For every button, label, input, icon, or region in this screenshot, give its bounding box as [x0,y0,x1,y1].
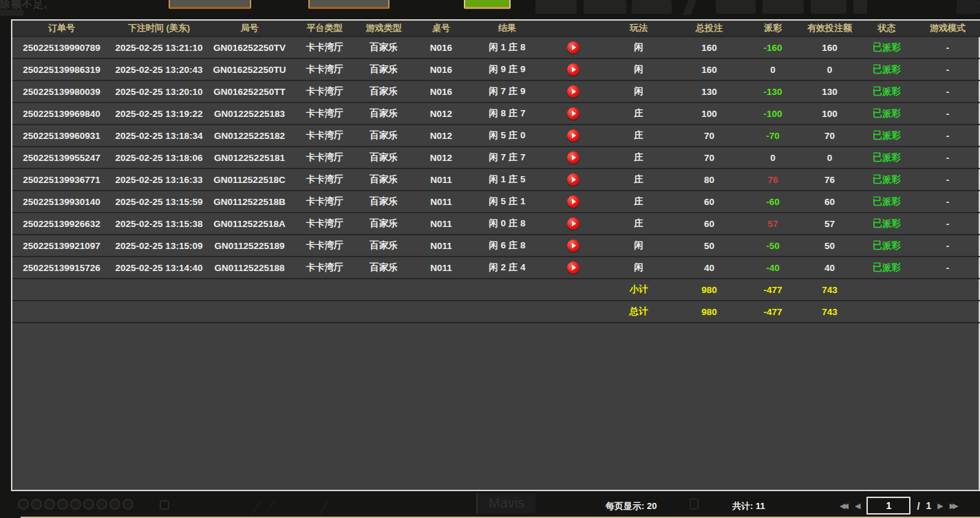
cell-platform: 卡卡湾厅 [292,213,357,235]
table-header-row: 订单号下注时间 (美东)局号平台类型游戏类型桌号结果玩法总投注派彩有效投注额状态… [12,21,980,36]
cell-play: 庄 [604,102,674,125]
chip-icon [122,499,134,510]
play-triangle [572,177,576,182]
table-row: 2502251399698402025-02-25 13:19:22GN0122… [12,102,980,125]
cell-game_mode [915,301,980,323]
chip-icon [44,499,55,510]
first-page-icon[interactable]: ◀◀ [840,497,849,515]
prev-page-icon[interactable]: ◀ [855,497,860,515]
column-header-game_mode: 游戏模式 [915,21,980,36]
play-video-icon[interactable] [567,195,579,208]
cell-bet_time: 2025-02-25 13:15:59 [111,191,207,213]
cell-table_no: N016 [410,58,472,80]
cell-play: 小计 [604,279,674,301]
chip-icon [57,499,68,510]
cell-payout: -60 [745,191,801,213]
cell-total_bet: 130 [674,80,745,102]
cell-round_no: GN0112522518C [207,169,292,191]
cell-bet_time: 2025-02-25 13:18:06 [111,147,207,169]
cell-game_type: 百家乐 [357,191,410,213]
cell-bet_time: 2025-02-25 13:15:38 [111,213,207,235]
cell-table_no: N012 [410,125,472,147]
cell-game_type [357,301,410,323]
play-triangle [572,67,576,72]
play-video-icon[interactable] [567,41,579,54]
faded-mavis-label: Mavis [476,493,535,514]
cell-total_bet: 980 [674,301,745,323]
grand-total-row: 总计980-477743 [12,301,980,323]
cell-status: 已派彩 [858,36,915,58]
cell-order_no [12,279,111,301]
cell-table_no: N011 [410,213,472,235]
cell-round_no: GN01225225182 [207,125,292,147]
table-row: 2502251399863192025-02-25 13:20:43GN0162… [12,58,980,80]
play-video-icon[interactable] [567,261,579,274]
faded-watermark-block [811,0,846,14]
play-video-icon[interactable] [567,173,579,186]
cell-payout: 0 [745,147,801,169]
cell-valid_bet: 50 [801,235,858,257]
cell-payout: 0 [745,58,801,80]
cell-total_bet: 160 [674,36,745,58]
play-video-icon[interactable] [567,63,579,76]
cell-total_bet: 60 [674,213,745,235]
cell-play_icon [542,301,604,323]
cell-game_type: 百家乐 [357,36,410,58]
cell-table_no: N011 [410,235,472,257]
table-row: 2502251399157262025-02-25 13:14:40GN0112… [12,257,980,279]
cell-round_no: GN016252250TV [207,36,292,58]
subtotal-row: 小计980-477743 [12,279,980,301]
play-video-icon[interactable] [567,107,579,120]
cell-result: 闲 0 庄 8 [472,213,542,235]
faded-watermark-block [632,0,672,14]
chip-icon [18,499,29,510]
cell-game_type: 百家乐 [357,80,410,102]
cell-table_no: N011 [410,257,472,279]
background-button-2[interactable] [308,0,390,9]
chip-icon [31,499,42,510]
faded-scratch [252,499,262,515]
table-row: 2502251399800392025-02-25 13:20:10GN0162… [12,80,980,102]
play-video-icon[interactable] [567,217,579,230]
cell-table_no [410,301,472,323]
cell-play_icon [542,58,604,80]
cell-play: 闲 [604,257,674,279]
cell-payout: -100 [745,102,801,125]
cell-platform: 卡卡湾厅 [292,191,357,213]
cell-status: 已派彩 [858,191,915,213]
cell-platform: 卡卡湾厅 [292,58,357,80]
cell-game_mode: - [915,58,980,80]
next-page-icon[interactable]: ▶ [937,497,943,515]
faded-background-text-line2 [0,10,23,16]
cell-play_icon [542,169,604,191]
cell-payout: -160 [745,36,801,58]
column-header-play: 玩法 [604,21,674,36]
last-page-icon[interactable]: ▶▶ [950,497,959,515]
page-number-input[interactable] [866,497,910,515]
faded-chip-icons [18,499,134,510]
play-video-icon[interactable] [567,85,579,98]
cell-game_mode: - [915,147,980,169]
play-video-icon[interactable] [567,239,579,252]
play-triangle [572,199,576,204]
cell-table_no: N016 [410,36,472,58]
play-video-icon[interactable] [567,129,579,142]
cell-play_icon [542,235,604,257]
cell-valid_bet: 0 [801,58,858,80]
background-button-green[interactable] [464,0,511,9]
cell-result: 闲 1 庄 5 [472,169,542,191]
background-button-1[interactable] [169,0,251,9]
faded-square-icon [160,500,169,510]
play-video-icon[interactable] [567,151,579,164]
cell-game_type: 百家乐 [357,147,410,169]
cell-bet_time: 2025-02-25 13:21:10 [111,36,207,58]
table-row: 2502251399552472025-02-25 13:18:06GN0122… [12,147,980,169]
chip-icon [109,499,120,510]
per-page-display: 每页显示: 20 [606,500,657,512]
cell-result: 闲 8 庄 7 [472,102,542,125]
table-row: 2502251399609312025-02-25 13:18:34GN0122… [12,125,980,147]
cell-table_no [410,279,472,301]
cell-status: 已派彩 [858,213,915,235]
chip-icon [96,499,107,510]
cell-payout: 76 [745,169,801,191]
